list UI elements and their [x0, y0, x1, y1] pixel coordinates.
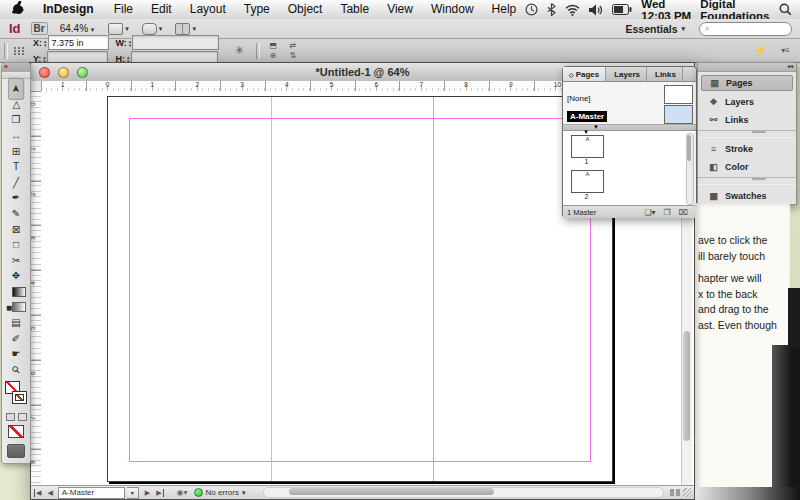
previous-page-button[interactable]: ◀ [47, 489, 52, 497]
master-a-row[interactable]: A-Master [567, 111, 607, 122]
w-stepper[interactable]: ▴▾ [129, 39, 132, 47]
dock-item-swatches[interactable]: ▦ Swatches [701, 188, 793, 203]
dock-collapse-button[interactable]: ◂◂ [698, 63, 796, 72]
pages-footer-icon[interactable]: ❐ [664, 208, 671, 217]
gradient-swatch-tool[interactable]: ■ [5, 284, 27, 300]
note-tool[interactable]: ▤ [5, 315, 27, 331]
menu-item[interactable]: InDesign [34, 2, 105, 16]
menu-item[interactable]: Help [483, 2, 526, 16]
dock-divider[interactable] [698, 130, 796, 138]
horizontal-scrollbar-thumb[interactable] [289, 488, 494, 495]
control-bar-grip[interactable] [4, 43, 8, 59]
tools-panel-collapse[interactable]: » [2, 63, 30, 72]
master-none-row[interactable]: [None] [567, 94, 591, 103]
layout-adjust-icon[interactable]: ⬒ [270, 41, 286, 50]
pages-panel-scrollbar[interactable] [686, 133, 694, 205]
bridge-button[interactable]: Br [31, 22, 48, 35]
first-page-button[interactable]: ◀ [34, 489, 41, 497]
free-transform-tool[interactable]: ✥ [5, 268, 27, 284]
arrange-documents-dropdown[interactable]: ▾ [175, 23, 196, 35]
pages-footer-icon[interactable]: ❏▾ [644, 208, 655, 217]
page-1[interactable] [107, 96, 613, 482]
quick-apply-icon[interactable]: ⚡ [754, 44, 768, 57]
menu-item[interactable]: File [105, 2, 142, 16]
dock-item-color[interactable]: ◧ Color [701, 159, 793, 174]
ruler-guide[interactable] [433, 97, 434, 481]
content-collector-tool[interactable]: ⊞ [5, 143, 27, 159]
battery-icon[interactable] [612, 4, 632, 15]
menu-item[interactable]: Object [279, 2, 332, 16]
column-guide[interactable] [271, 97, 272, 481]
page-select-caret[interactable]: ▾ [127, 487, 139, 499]
next-page-button[interactable]: ▶ [145, 489, 150, 497]
fill-stroke-swatches[interactable] [5, 381, 27, 411]
screen-mode-button[interactable] [7, 444, 25, 458]
apple-menu-icon[interactable] [12, 1, 24, 18]
clock-icon[interactable] [525, 3, 538, 16]
panel-tab[interactable]: ◇Pages [563, 67, 606, 81]
window-resize-grip[interactable] [683, 488, 692, 497]
pages-footer-icon[interactable]: ⌧ [679, 208, 688, 217]
dock-divider[interactable] [698, 177, 796, 185]
menu-item[interactable]: View [378, 2, 422, 16]
wifi-icon[interactable] [565, 4, 580, 16]
menu-item[interactable]: Edit [142, 2, 181, 16]
eyedropper-tool[interactable]: ✐ [5, 331, 27, 347]
scissors-tool[interactable]: ✂ [5, 253, 27, 269]
panel-tab[interactable]: Links [647, 67, 683, 81]
master-a-thumbnail[interactable] [664, 105, 693, 124]
formatting-text-icon[interactable] [18, 413, 27, 421]
w-field[interactable] [132, 35, 219, 50]
constrain-proportions-icon[interactable]: ✳ [234, 44, 243, 57]
pen-tool[interactable]: ✒ [5, 190, 27, 206]
pencil-tool[interactable]: ✎ [5, 206, 27, 222]
reference-point-proxy[interactable] [14, 47, 25, 55]
x-stepper[interactable]: ▴▾ [44, 39, 47, 47]
search-input[interactable]: ⌕ [699, 22, 792, 36]
dock-item-layers[interactable]: ❖ Layers [701, 94, 793, 109]
view-options-dropdown[interactable]: ▾ [108, 23, 129, 35]
rectangle-tool[interactable]: □ [5, 237, 27, 253]
menu-item[interactable]: Type [235, 2, 279, 16]
type-tool[interactable]: T [5, 159, 27, 175]
zoom-level-dropdown[interactable]: 64.4% ▾ [60, 23, 95, 34]
layout-adjust-icon[interactable]: ⊕ [270, 51, 286, 60]
direct-selection-tool[interactable]: ▷ [8, 93, 24, 115]
menu-item[interactable]: Table [331, 2, 378, 16]
menu-item[interactable]: Layout [181, 2, 235, 16]
horizontal-scrollbar[interactable] [263, 487, 664, 498]
dock-item-stroke[interactable]: ≡ Stroke [701, 141, 793, 156]
bluetooth-icon[interactable] [547, 3, 556, 16]
control-panel-menu-icon[interactable]: ▾≡ [781, 46, 790, 55]
dock-item-pages[interactable]: ▤ Pages [701, 75, 793, 91]
dock-item-links[interactable]: ⚯ Links [701, 112, 793, 127]
gap-tool[interactable]: ↔ [5, 128, 27, 144]
master-none-thumbnail[interactable] [664, 85, 693, 104]
ruler-label: 0 [104, 81, 110, 88]
last-page-button[interactable]: ▶ [156, 489, 163, 497]
page-select-dropdown[interactable]: A-Master [58, 487, 125, 499]
line-tool[interactable]: ╱ [5, 175, 27, 191]
formatting-container-icon[interactable] [6, 413, 15, 421]
spotlight-icon[interactable] [779, 3, 792, 16]
stroke-swatch[interactable] [12, 391, 27, 404]
page-2-thumbnail[interactable]: A [571, 170, 604, 193]
preflight-menu-icon[interactable]: ◉▾ [177, 488, 188, 497]
pages-panel-scrollbar-thumb[interactable] [687, 135, 691, 161]
split-window-icons[interactable] [670, 489, 680, 496]
layout-adjust-icon[interactable]: ⇅ [290, 51, 306, 60]
screen-mode-dropdown[interactable]: ▾ [142, 23, 163, 35]
menu-item[interactable]: Window [422, 2, 483, 16]
indesign-logo: Id [9, 21, 21, 36]
frame-tool[interactable]: ⊠ [5, 221, 27, 237]
workspace-switcher[interactable]: Essentials▾ [626, 23, 685, 35]
x-field[interactable]: 7.375 in [48, 35, 109, 50]
apply-none-button[interactable] [8, 425, 24, 438]
panel-tab[interactable]: Layers [606, 67, 647, 81]
vertical-scrollbar-thumb[interactable] [683, 331, 690, 441]
gradient-feather-tool[interactable]: ■ [5, 299, 27, 315]
page-1-thumbnail[interactable]: A [571, 135, 604, 158]
volume-icon[interactable] [589, 4, 603, 16]
layout-adjust-icon[interactable]: ⇄ [290, 41, 306, 50]
preflight-status[interactable]: No errors ▾ [194, 488, 246, 497]
